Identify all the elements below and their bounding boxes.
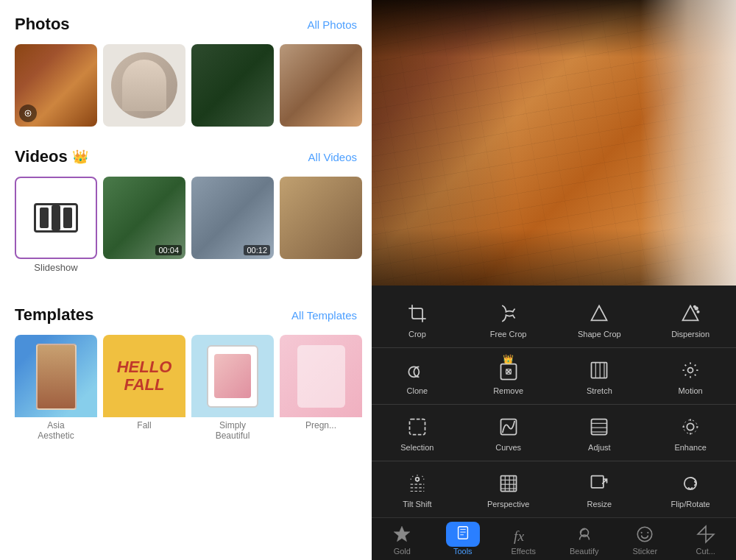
photo-thumb-3[interactable] [191,44,274,127]
enhance-label: Enhance [674,443,706,452]
nav-cutout[interactable]: Cut... [676,524,737,556]
tools-panel: Crop Free Crop Shape Crop Dispersion [372,286,736,517]
clone-label: Clone [407,386,428,395]
tool-motion[interactable]: Motion [645,348,736,404]
stretch-icon [586,357,612,383]
tool-curves[interactable]: Curves [463,405,554,461]
tool-flip-rotate[interactable]: Flip/Rotate [645,461,736,517]
tools-row-3: Selection Curves Adjust Enhance [372,404,736,461]
hello-fall-text: HELLOFALL [117,358,172,394]
template-label-2: SimplyBeautiful [191,417,274,444]
flip-rotate-icon [677,470,704,497]
nav-gold[interactable]: Gold [372,524,433,556]
tool-free-crop[interactable]: Free Crop [463,291,554,347]
remove-label: Remove [493,386,523,395]
templates-section-header: Templates All Templates [15,305,372,325]
tool-shape-crop[interactable]: Shape Crop [554,291,645,347]
tool-adjust[interactable]: Adjust [554,405,645,461]
template-label-1: Fall [103,417,185,433]
stretch-label: Stretch [587,386,612,395]
tool-enhance[interactable]: Enhance [645,405,736,461]
right-panel: Crop Free Crop Shape Crop Dispersion [372,0,736,560]
perspective-label: Perspective [487,500,529,508]
svg-text:fx: fx [514,528,524,544]
video-thumb-1[interactable]: 00:04 [103,177,185,259]
tool-selection[interactable]: Selection [372,405,463,461]
template-card-0[interactable]: AsiaAesthetic [15,335,97,444]
svg-point-6 [697,311,698,313]
svg-point-22 [687,423,693,430]
slideshow-label: Slideshow [34,259,77,273]
photo-preview [372,0,736,286]
svg-point-40 [638,527,653,542]
tools-icon [453,524,473,545]
video-thumb-3[interactable] [280,177,362,259]
curves-label: Curves [495,443,521,452]
bottom-nav: Gold Tools fx Effects Beautify [372,517,736,560]
tilt-shift-label: Tilt Shift [403,500,431,508]
nav-effects[interactable]: fx Effects [493,524,554,556]
all-templates-link[interactable]: All Templates [291,309,357,322]
tool-dispersion[interactable]: Dispersion [645,291,736,347]
flip-rotate-label: Flip/Rotate [671,500,710,508]
remove-crown-icon: 👑 [503,354,514,364]
shape-crop-icon [586,300,612,327]
free-crop-label: Free Crop [490,330,527,339]
crop-icon [404,300,431,327]
tool-stretch[interactable]: Stretch [554,348,645,404]
dispersion-icon [677,300,704,327]
videos-crown-icon: 👑 [72,149,88,165]
selection-label: Selection [400,443,434,452]
resize-icon [586,470,612,497]
template-thumb-3 [280,335,362,417]
nav-sticker-label: Sticker [632,547,657,556]
photos-row [15,44,372,127]
nav-tools[interactable]: Tools [433,524,494,556]
tool-crop[interactable]: Crop [372,291,463,347]
template-card-1[interactable]: HELLOFALL Fall [103,335,185,444]
template-card-3[interactable]: Pregn... [280,335,362,444]
templates-row: AsiaAesthetic HELLOFALL Fall SimplyBeaut… [15,335,372,444]
crop-label: Crop [408,330,426,339]
video-thumb-2[interactable]: 00:12 [191,177,274,259]
template-thumb-1: HELLOFALL [103,335,185,417]
clone-icon [404,357,431,383]
tool-perspective[interactable]: Perspective [463,461,554,517]
tool-remove[interactable]: 👑 Remove [463,348,554,404]
photo-thumb-1[interactable] [15,44,97,127]
photo-thumb-2[interactable] [103,44,185,127]
cutout-icon [696,524,716,545]
free-crop-icon [495,300,522,327]
selection-icon [404,414,431,440]
svg-marker-33 [394,526,410,542]
all-videos-link[interactable]: All Videos [308,151,357,163]
nav-cutout-label: Cut... [696,547,715,556]
videos-section-header: Videos 👑 All Videos [15,147,372,166]
template-label-0: AsiaAesthetic [15,417,97,444]
nav-beautify[interactable]: Beautify [554,524,615,556]
photos-section-header: Photos All Photos [15,15,372,34]
tool-tilt-shift[interactable]: Tilt Shift [372,461,463,517]
photo-thumb-4[interactable] [280,44,362,127]
tool-resize[interactable]: Resize [554,461,645,517]
photos-title: Photos [15,15,70,34]
templates-title: Templates [15,305,93,325]
slideshow-item[interactable]: Slideshow [15,177,97,291]
tools-row-4: Tilt Shift Perspective Resize Flip/Rotat… [372,461,736,517]
photo-badge-1 [19,104,37,122]
videos-title: Videos 👑 [15,147,88,166]
template-thumb-2 [191,335,274,417]
template-card-2[interactable]: SimplyBeautiful [191,335,274,444]
svg-rect-31 [592,476,604,488]
nav-beautify-label: Beautify [570,547,599,556]
nav-sticker[interactable]: Sticker [615,524,676,556]
tool-clone[interactable]: Clone [372,348,463,404]
sticker-icon [634,524,655,545]
svg-rect-16 [409,419,425,435]
all-photos-link[interactable]: All Photos [307,18,357,31]
cliff-overlay [640,0,736,286]
template-thumb-0 [15,335,97,417]
svg-point-7 [694,306,696,308]
videos-row: Slideshow 00:04 00:12 [15,177,372,291]
tools-row-1: Crop Free Crop Shape Crop Dispersion [372,291,736,347]
